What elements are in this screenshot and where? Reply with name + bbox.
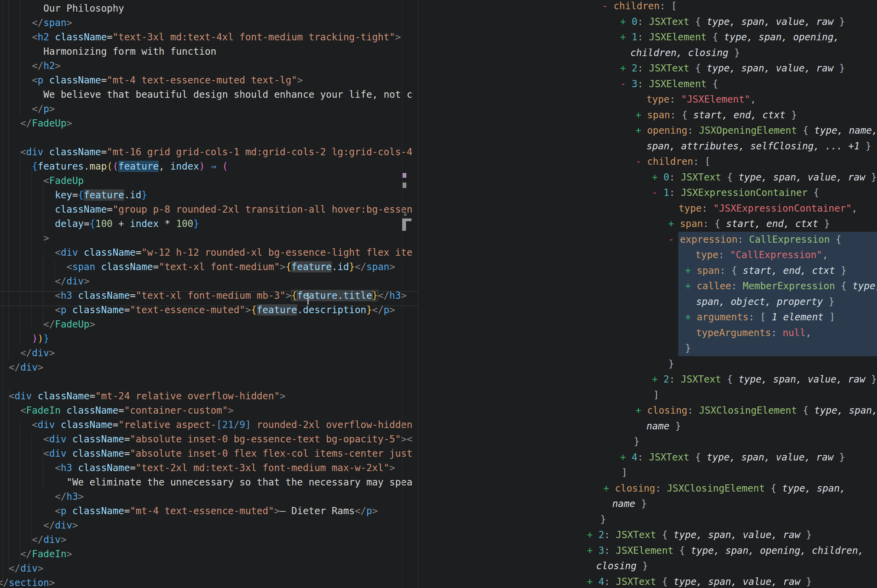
expand-toggle[interactable]: + xyxy=(620,452,632,463)
ast-line[interactable]: + 4: JSXText { type, span, value, raw } xyxy=(620,450,845,465)
expand-toggle[interactable]: + xyxy=(620,32,632,43)
ast-line[interactable]: ] xyxy=(653,387,659,403)
code-token: start, end, ctxt xyxy=(726,218,818,230)
expand-toggle[interactable]: + xyxy=(635,125,647,136)
ast-line[interactable]: typeArguments: null, xyxy=(696,325,811,341)
ruler-mark-faint xyxy=(404,213,407,216)
expand-toggle[interactable]: + xyxy=(652,374,664,385)
code-token: } xyxy=(865,172,877,183)
code-token: } xyxy=(634,436,640,447)
code-token: null xyxy=(782,327,805,339)
code-token: ] xyxy=(653,389,659,400)
ruler-mark-corner-bar xyxy=(402,219,411,221)
code-token: type, name, xyxy=(814,125,877,136)
code-token: } xyxy=(800,576,812,587)
ast-line[interactable]: - 1: JSXExpressionContainer { xyxy=(652,185,819,201)
code-token: type, span, value, raw xyxy=(707,63,833,74)
code-token: { xyxy=(673,545,691,556)
ast-line[interactable]: ] xyxy=(622,465,627,481)
ast-line[interactable]: + closing: JSXClosingElement { type, spa… xyxy=(604,481,845,496)
ast-tree-pane[interactable]: - children: [+ 0: JSXText { type, span, … xyxy=(0,0,877,588)
code-token: } xyxy=(670,420,681,432)
expand-toggle[interactable]: + xyxy=(652,172,664,183)
code-token: : xyxy=(693,156,699,167)
ast-line[interactable]: + span: { start, end, ctxt } xyxy=(685,263,847,279)
pane-splitter[interactable] xyxy=(418,0,418,588)
expand-toggle[interactable]: + xyxy=(587,529,599,540)
ast-line[interactable]: + callee: MemberExpression { type, xyxy=(685,278,877,294)
ast-line[interactable]: type: "JSXElement", xyxy=(646,92,756,107)
code-token: type, xyxy=(852,280,877,292)
collapse-toggle[interactable]: - xyxy=(635,156,647,167)
expand-toggle[interactable]: + xyxy=(685,311,697,323)
code-token: } xyxy=(785,110,797,121)
code-token: opening xyxy=(647,125,688,136)
ast-line[interactable]: } xyxy=(600,512,606,528)
ast-line[interactable]: + 3: JSXElement { type, span, opening, c… xyxy=(587,543,863,559)
code-token: callee xyxy=(697,280,731,292)
ast-line[interactable]: + span: { start, end, ctxt } xyxy=(668,216,830,232)
collapse-toggle[interactable]: - xyxy=(652,187,664,198)
ast-line[interactable]: span, object, property } xyxy=(696,294,835,310)
ast-line[interactable]: + 2: JSXText { type, span, value, raw } xyxy=(620,60,845,76)
ast-line[interactable]: type: "JSXExpressionContainer", xyxy=(679,201,857,216)
ast-line[interactable]: + closing: JSXClosingElement { type, spa… xyxy=(635,403,877,418)
expand-toggle[interactable]: + xyxy=(685,265,697,276)
code-token: name xyxy=(646,420,670,432)
expand-toggle[interactable]: + xyxy=(635,405,647,416)
ast-line[interactable]: + 2: JSXText { type, span, value, raw } xyxy=(587,527,812,543)
ast-line[interactable]: + span: { start, end, ctxt } xyxy=(635,107,797,123)
ast-line[interactable]: + 0: JSXText { type, span, value, raw } xyxy=(652,170,877,185)
overview-ruler-edge xyxy=(402,0,402,588)
code-token: type, span, value, raw xyxy=(673,576,800,587)
code-token: { xyxy=(656,576,673,587)
expand-toggle[interactable]: + xyxy=(685,280,697,292)
expand-toggle[interactable]: + xyxy=(668,218,680,230)
code-token: JSXText xyxy=(649,452,689,463)
ast-line[interactable]: + 1: JSXElement { type, span, opening, xyxy=(620,29,839,45)
expand-toggle[interactable]: + xyxy=(635,110,647,121)
collapse-toggle[interactable]: - xyxy=(620,78,632,90)
ast-line[interactable]: type: "CallExpression", xyxy=(695,247,828,263)
ast-line[interactable]: name } xyxy=(612,496,647,512)
expand-toggle[interactable]: + xyxy=(620,16,632,27)
code-token: } xyxy=(865,374,877,385)
collapse-toggle[interactable]: - xyxy=(602,0,614,12)
ast-line[interactable]: span, attributes, selfClosing, ... +1 } xyxy=(646,138,871,154)
ast-line[interactable]: - children: [ xyxy=(635,154,710,170)
expand-toggle[interactable]: + xyxy=(587,545,599,556)
ast-line[interactable]: } xyxy=(634,434,640,450)
ast-line[interactable]: name } xyxy=(646,418,681,434)
code-token: 4 xyxy=(632,452,638,463)
collapse-toggle[interactable]: - xyxy=(668,234,680,245)
expand-toggle[interactable]: + xyxy=(604,483,615,494)
ast-line[interactable]: } xyxy=(668,356,674,372)
code-token: JSXOpeningElement xyxy=(699,125,797,136)
code-token: JSXText xyxy=(681,374,721,385)
ast-line[interactable]: - expression: CallExpression { xyxy=(668,232,841,248)
ast-line[interactable]: - 3: JSXElement { xyxy=(620,76,718,92)
code-token: : xyxy=(670,172,681,183)
expand-toggle[interactable]: + xyxy=(587,576,599,587)
code-token: : xyxy=(701,203,713,214)
code-token: JSXText xyxy=(649,16,689,27)
ast-line[interactable]: children, closing } xyxy=(631,45,740,61)
ast-line[interactable]: + 2: JSXText { type, span, value, raw } xyxy=(652,372,877,387)
code-token: ] xyxy=(824,311,835,323)
code-token: JSXText xyxy=(616,576,656,587)
ast-line[interactable]: + opening: JSXOpeningElement { type, nam… xyxy=(635,123,877,138)
ast-line[interactable]: closing } xyxy=(596,558,648,574)
ast-line[interactable]: } xyxy=(685,340,691,356)
ast-line[interactable]: + 4: JSXText { type, span, value, raw } xyxy=(587,574,812,588)
ast-line[interactable]: + 0: JSXText { type, span, value, raw } xyxy=(620,14,845,30)
code-token: type xyxy=(646,94,670,105)
code-token: } xyxy=(833,16,845,27)
expand-toggle[interactable]: + xyxy=(620,63,632,74)
code-token: } xyxy=(635,498,647,509)
code-token: JSXElement xyxy=(649,32,707,43)
code-token: , xyxy=(750,94,756,105)
code-token: "JSXElement" xyxy=(681,94,750,105)
ruler-mark-gray xyxy=(402,183,406,188)
ast-line[interactable]: + arguments: [ 1 element ] xyxy=(685,309,835,325)
ast-line[interactable]: - children: [ xyxy=(602,0,677,14)
